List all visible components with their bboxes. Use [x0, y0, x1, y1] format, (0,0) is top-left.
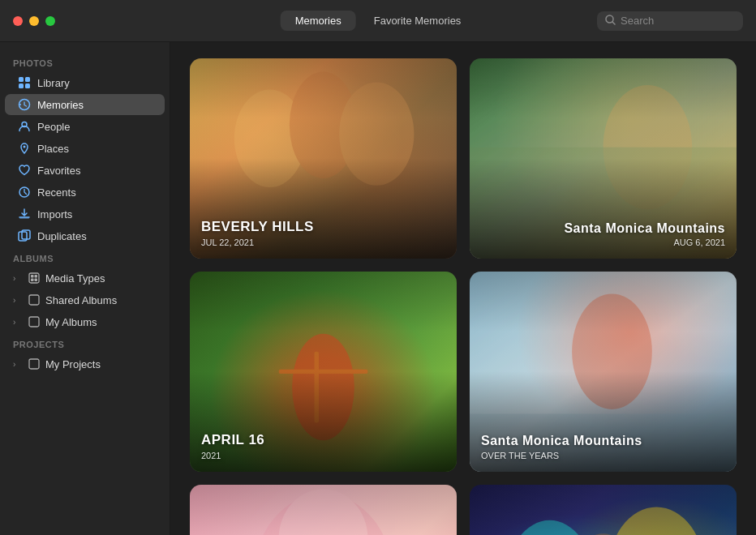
- my-albums-label: My Albums: [45, 316, 97, 328]
- sidebar-item-favorites[interactable]: Favorites: [5, 160, 165, 181]
- card-subtitle-2: AUG 6, 2021: [564, 238, 725, 247]
- svg-rect-2: [19, 77, 24, 82]
- card-title-1: BEVERLY HILLS: [201, 219, 445, 235]
- chevron-right-icon: ›: [13, 274, 23, 283]
- recents-label: Recents: [37, 186, 76, 199]
- places-label: Places: [37, 143, 69, 155]
- card-text-1: BEVERLY HILLS JUL 22, 2021: [201, 219, 445, 246]
- svg-rect-16: [35, 275, 38, 278]
- imports-label: Imports: [37, 208, 72, 220]
- card-subtitle-4: OVER THE YEARS: [481, 451, 725, 460]
- favorites-icon: [18, 164, 31, 177]
- content-area: BEVERLY HILLS JUL 22, 2021 Santa Monica …: [170, 42, 756, 535]
- svg-line-1: [612, 22, 615, 24]
- chevron-right-icon-4: ›: [13, 360, 23, 369]
- svg-rect-18: [35, 279, 38, 282]
- tab-favorite-memories[interactable]: Favorite Memories: [359, 11, 476, 31]
- card-overlay-top-4: [470, 272, 737, 332]
- sidebar-item-duplicates[interactable]: Duplicates: [5, 225, 165, 246]
- titlebar-tabs: Memories Favorite Memories: [281, 11, 476, 31]
- svg-rect-20: [29, 317, 39, 327]
- memory-card-santa-monica-years[interactable]: Santa Monica Mountains OVER THE YEARS: [470, 272, 737, 472]
- sidebar-item-memories[interactable]: Memories: [5, 94, 165, 115]
- svg-point-7: [19, 104, 21, 105]
- sidebar-item-places[interactable]: Places: [5, 138, 165, 159]
- card-overlay-top-2: [470, 58, 737, 118]
- media-types-label: Media Types: [45, 272, 105, 285]
- search-bar: [597, 11, 743, 31]
- duplicates-label: Duplicates: [37, 230, 87, 242]
- main-layout: Photos Library Memories: [0, 42, 756, 535]
- card-text-4: Santa Monica Mountains OVER THE YEARS: [481, 433, 725, 460]
- search-input[interactable]: [621, 15, 734, 27]
- titlebar: Memories Favorite Memories: [0, 0, 756, 42]
- recents-icon: [18, 186, 31, 199]
- shared-albums-label: Shared Albums: [45, 294, 117, 306]
- memory-card-colorful[interactable]: [470, 485, 737, 536]
- svg-rect-3: [25, 77, 30, 82]
- sidebar-group-shared-albums[interactable]: › Shared Albums: [5, 289, 165, 310]
- memory-card-april-16[interactable]: APRIL 16 2021: [190, 272, 457, 472]
- search-icon: [605, 15, 616, 28]
- library-icon: [18, 76, 31, 89]
- card-text-2: Santa Monica Mountains AUG 6, 2021: [564, 220, 725, 247]
- sidebar-group-my-projects[interactable]: › My Projects: [5, 353, 165, 374]
- sidebar: Photos Library Memories: [0, 42, 170, 535]
- svg-rect-15: [31, 275, 34, 278]
- svg-point-9: [24, 146, 26, 148]
- my-projects-label: My Projects: [45, 358, 101, 370]
- svg-rect-19: [29, 295, 39, 305]
- svg-rect-11: [19, 217, 29, 219]
- tab-memories[interactable]: Memories: [281, 11, 356, 31]
- albums-section-label: Albums: [0, 247, 170, 267]
- card-subtitle-3: 2021: [201, 451, 445, 460]
- imports-icon: [18, 208, 31, 220]
- photos-section-label: Photos: [0, 52, 170, 71]
- places-icon: [18, 142, 31, 155]
- card-overlay-top-5: [190, 485, 457, 536]
- maximize-button[interactable]: [45, 16, 55, 26]
- sidebar-item-imports[interactable]: Imports: [5, 203, 165, 225]
- memory-card-santa-monica[interactable]: Santa Monica Mountains AUG 6, 2021: [470, 58, 737, 259]
- card-title-2: Santa Monica Mountains: [564, 220, 725, 236]
- svg-rect-21: [29, 359, 39, 369]
- card-overlay-top-3: [190, 272, 457, 332]
- chevron-right-icon-2: ›: [13, 296, 23, 305]
- duplicates-icon: [18, 229, 31, 242]
- card-subtitle-1: JUL 22, 2021: [201, 238, 445, 247]
- media-types-icon: [28, 272, 41, 285]
- card-title-4: Santa Monica Mountains: [481, 433, 725, 448]
- card-overlay-top-1: [190, 58, 457, 118]
- svg-rect-5: [25, 83, 30, 88]
- svg-rect-14: [29, 273, 39, 283]
- card-text-3: APRIL 16 2021: [201, 432, 445, 460]
- card-overlay-top-6: [470, 485, 737, 536]
- chevron-right-icon-3: ›: [13, 318, 23, 327]
- sidebar-item-recents[interactable]: Recents: [5, 182, 165, 203]
- sidebar-group-media-types[interactable]: › Media Types: [5, 268, 165, 289]
- memories-label: Memories: [37, 99, 84, 111]
- window-buttons: [13, 16, 55, 26]
- projects-section-label: Projects: [0, 333, 170, 353]
- close-button[interactable]: [13, 16, 23, 26]
- my-albums-icon: [28, 315, 41, 328]
- memory-card-beverly-hills-jul28[interactable]: Beverly Hills JUL 28, 2021: [190, 485, 457, 536]
- people-icon: [18, 120, 31, 133]
- sidebar-item-people[interactable]: People: [5, 116, 165, 137]
- svg-rect-17: [31, 279, 34, 282]
- library-label: Library: [37, 77, 70, 89]
- sidebar-group-my-albums[interactable]: › My Albums: [5, 311, 165, 332]
- svg-rect-4: [19, 83, 24, 88]
- sidebar-item-library[interactable]: Library: [5, 72, 165, 93]
- minimize-button[interactable]: [29, 16, 39, 26]
- favorites-label: Favorites: [37, 165, 80, 177]
- my-projects-icon: [28, 357, 41, 370]
- memory-card-beverly-hills-jul[interactable]: BEVERLY HILLS JUL 22, 2021: [190, 58, 457, 259]
- memories-icon: [18, 98, 31, 111]
- memory-grid: BEVERLY HILLS JUL 22, 2021 Santa Monica …: [190, 58, 737, 535]
- card-title-3: APRIL 16: [201, 432, 445, 448]
- people-label: People: [37, 121, 70, 133]
- shared-albums-icon: [28, 293, 41, 306]
